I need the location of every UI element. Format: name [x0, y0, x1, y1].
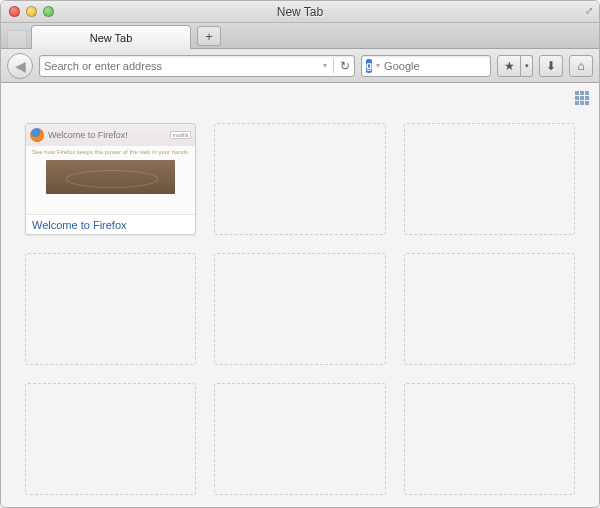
- search-input[interactable]: [384, 60, 507, 72]
- tile-empty[interactable]: [214, 253, 385, 365]
- star-icon: ★: [504, 59, 515, 73]
- content-area: Welcome to Firefox!mozillaSee how Firefo…: [1, 83, 599, 507]
- download-icon: ⬇: [546, 59, 556, 73]
- bookmark-button[interactable]: ★: [497, 55, 521, 77]
- tile-welcome-to-firefox[interactable]: Welcome to Firefox!mozillaSee how Firefo…: [25, 123, 196, 235]
- tile-empty[interactable]: [25, 383, 196, 495]
- reload-icon[interactable]: ↻: [340, 59, 350, 73]
- bookmark-button-group: ★ ▾: [497, 55, 533, 77]
- back-button[interactable]: ◀: [7, 53, 33, 79]
- zoom-icon[interactable]: [43, 6, 54, 17]
- tab-label: New Tab: [90, 32, 133, 44]
- window-title: New Tab: [1, 5, 599, 19]
- tile-empty[interactable]: [404, 383, 575, 495]
- browser-window: New Tab ⤢ New Tab + ◀ ▾ ↻ g ▾: [0, 0, 600, 508]
- divider: [333, 59, 334, 73]
- tile-caption: Welcome to Firefox: [26, 214, 195, 234]
- plus-icon: +: [205, 29, 213, 44]
- close-icon[interactable]: [9, 6, 20, 17]
- tab-strip: New Tab +: [1, 23, 599, 49]
- toolbar: ◀ ▾ ↻ g ▾ 🔍 ★ ▾ ⬇: [1, 49, 599, 83]
- thumb-image: [46, 160, 175, 194]
- tile-empty[interactable]: [404, 253, 575, 365]
- tile-thumbnail: Welcome to Firefox!mozillaSee how Firefo…: [26, 124, 195, 214]
- home-button[interactable]: ⌂: [569, 55, 593, 77]
- tile-empty[interactable]: [214, 383, 385, 495]
- tile-empty[interactable]: [404, 123, 575, 235]
- tiles-grid: Welcome to Firefox!mozillaSee how Firefo…: [1, 83, 599, 507]
- downloads-button[interactable]: ⬇: [539, 55, 563, 77]
- thumb-subtitle: See how Firefox keeps the power of the w…: [26, 146, 195, 156]
- tab-spacer: [7, 30, 27, 48]
- search-engine-dropdown-icon[interactable]: ▾: [376, 61, 380, 70]
- fullscreen-icon[interactable]: ⤢: [585, 5, 593, 16]
- thumb-header: Welcome to Firefox!mozilla: [26, 124, 195, 146]
- chevron-down-icon: ▾: [525, 62, 529, 70]
- minimize-icon[interactable]: [26, 6, 37, 17]
- new-tab-button[interactable]: +: [197, 26, 221, 46]
- home-icon: ⌂: [577, 59, 584, 73]
- search-bar[interactable]: g ▾ 🔍: [361, 55, 491, 77]
- url-right: ▾ ↻: [323, 59, 350, 73]
- toggle-grid-button[interactable]: [575, 91, 589, 105]
- bookmark-dropdown-button[interactable]: ▾: [521, 55, 533, 77]
- mozilla-badge: mozilla: [170, 131, 192, 139]
- search-engine-icon[interactable]: g: [366, 59, 372, 73]
- tile-empty[interactable]: [25, 253, 196, 365]
- thumb-title: Welcome to Firefox!: [48, 130, 128, 140]
- titlebar: New Tab ⤢: [1, 1, 599, 23]
- history-dropdown-icon[interactable]: ▾: [323, 61, 327, 70]
- firefox-logo-icon: [30, 128, 44, 142]
- url-bar[interactable]: ▾ ↻: [39, 55, 355, 77]
- window-controls: [1, 6, 54, 17]
- tile-empty[interactable]: [214, 123, 385, 235]
- back-icon: ◀: [15, 58, 26, 74]
- tab-active[interactable]: New Tab: [31, 25, 191, 49]
- url-input[interactable]: [44, 60, 323, 72]
